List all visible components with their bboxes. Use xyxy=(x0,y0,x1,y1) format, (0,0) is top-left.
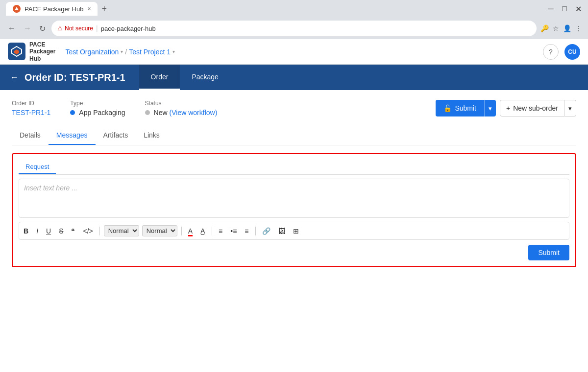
tab-artifacts-label: Artifacts xyxy=(103,131,128,139)
maximize-button[interactable]: □ xyxy=(561,5,568,13)
breadcrumb-org-label: Test Organization xyxy=(65,48,119,56)
app-header: PACE Packager Hub Test Organization ▾ / … xyxy=(0,39,588,65)
star-icon[interactable]: ☆ xyxy=(553,24,559,32)
highlight-button[interactable]: A̲ xyxy=(198,226,208,236)
type-label: Type xyxy=(70,100,125,107)
minimize-button[interactable]: ─ xyxy=(547,5,555,13)
tab-package-label: Package xyxy=(192,73,218,81)
tab-title: PACE Packager Hub xyxy=(24,5,83,13)
page-tabs: Order Package xyxy=(139,65,230,90)
strikethrough-button[interactable]: S xyxy=(56,226,66,236)
toolbar-separator-3 xyxy=(212,227,212,235)
submit-arrow-icon: ▾ xyxy=(489,105,492,112)
new-suborder-plus-icon: + xyxy=(506,104,510,112)
breadcrumb-project-label: Test Project 1 xyxy=(129,48,171,56)
order-id-label: Order ID xyxy=(12,100,50,107)
tab-details[interactable]: Details xyxy=(12,126,49,145)
tab-links-label: Links xyxy=(144,131,160,139)
breadcrumb-project[interactable]: Test Project 1 ▾ xyxy=(129,48,175,56)
close-button[interactable]: ✕ xyxy=(574,5,582,13)
align-button[interactable]: ≡ xyxy=(242,226,251,236)
menu-icon[interactable]: ⋮ xyxy=(575,24,582,32)
secure-warning: ⚠ Not secure xyxy=(57,25,93,32)
content-area: Order ID TEST-PR1-1 Type App Packaging S… xyxy=(0,90,588,277)
format-select-2[interactable]: Normal xyxy=(142,225,177,236)
tab-package[interactable]: Package xyxy=(180,65,230,90)
svg-marker-0 xyxy=(15,7,19,10)
page-header-left: ← Order ID: TEST-PR1-1 xyxy=(0,65,135,90)
browser-window: PACE Packager Hub × + ─ □ ✕ ← → ↻ ⚠ Not … xyxy=(0,0,588,372)
font-color-button[interactable]: A xyxy=(186,226,195,236)
submit-icon: 🔓 xyxy=(443,104,452,112)
link-button[interactable]: 🔗 xyxy=(260,226,273,236)
tab-messages-label: Messages xyxy=(56,131,88,139)
forward-nav-button[interactable]: → xyxy=(22,22,33,35)
avatar[interactable]: CU xyxy=(564,44,580,60)
breadcrumb: Test Organization ▾ / Test Project 1 ▾ xyxy=(65,48,175,56)
app-container: PACE Packager Hub Test Organization ▾ / … xyxy=(0,39,588,372)
back-nav-button[interactable]: ← xyxy=(6,22,18,35)
refresh-nav-button[interactable]: ↻ xyxy=(37,22,48,35)
editor-tab-request-label: Request xyxy=(25,163,49,170)
editor-footer: Submit xyxy=(19,245,569,260)
secure-warning-text: Not secure xyxy=(65,25,93,32)
tab-order-label: Order xyxy=(151,73,169,81)
new-tab-button[interactable]: + xyxy=(101,4,107,14)
view-workflow-link[interactable]: (View workflow) xyxy=(170,109,218,116)
italic-button[interactable]: I xyxy=(34,226,41,236)
type-value-row: App Packaging xyxy=(70,109,125,116)
help-button[interactable]: ? xyxy=(543,44,559,60)
window-controls: ─ □ ✕ xyxy=(547,5,582,13)
image-button[interactable]: 🖼 xyxy=(276,226,288,236)
editor-placeholder: Insert text here ... xyxy=(24,184,77,192)
editor-submit-button[interactable]: Submit xyxy=(528,245,569,260)
breadcrumb-org-arrow: ▾ xyxy=(121,49,123,54)
submit-dropdown-button[interactable]: ▾ xyxy=(484,100,496,116)
status-value: New xyxy=(154,109,168,116)
message-editor-wrapper: Request Insert text here ... B I U S ❝ <… xyxy=(12,153,576,267)
type-group: Type App Packaging xyxy=(70,100,125,116)
tab-messages[interactable]: Messages xyxy=(49,126,96,145)
key-icon[interactable]: 🔑 xyxy=(540,24,549,32)
status-dot xyxy=(145,110,150,115)
status-value-row: New (View workflow) xyxy=(145,109,218,116)
bold-button[interactable]: B xyxy=(21,226,31,236)
submit-button[interactable]: 🔓 Submit xyxy=(436,100,484,116)
order-id-group: Order ID TEST-PR1-1 xyxy=(12,100,50,116)
address-separator: | xyxy=(96,24,98,32)
tab-favicon xyxy=(13,5,21,13)
breadcrumb-project-arrow: ▾ xyxy=(172,49,175,54)
editor-tabs: Request xyxy=(19,160,569,175)
account-icon[interactable]: 👤 xyxy=(563,24,571,32)
editor-tab-request[interactable]: Request xyxy=(19,160,56,174)
address-bar: ← → ↻ ⚠ Not secure | pace-packager-hub 🔑… xyxy=(0,18,588,39)
blockquote-button[interactable]: ❝ xyxy=(69,226,77,236)
toolbar-separator-1 xyxy=(99,227,100,235)
code-button[interactable]: </> xyxy=(80,226,95,236)
new-suborder-button[interactable]: + New sub-order xyxy=(500,100,564,116)
order-info-row: Order ID TEST-PR1-1 Type App Packaging S… xyxy=(12,100,576,116)
tab-close-btn[interactable]: × xyxy=(87,5,91,12)
address-input[interactable]: ⚠ Not secure | pace-packager-hub xyxy=(51,21,537,36)
address-text: pace-packager-hub xyxy=(101,25,531,32)
editor-submit-label: Submit xyxy=(538,249,560,256)
browser-tab[interactable]: PACE Packager Hub × xyxy=(6,2,98,16)
tab-links[interactable]: Links xyxy=(136,126,168,145)
title-bar-left: PACE Packager Hub × + xyxy=(6,2,107,16)
ordered-list-button[interactable]: ≡ xyxy=(216,226,225,236)
tab-order[interactable]: Order xyxy=(139,65,180,90)
tab-artifacts[interactable]: Artifacts xyxy=(96,126,136,145)
unordered-list-button[interactable]: •≡ xyxy=(228,226,239,236)
table-button[interactable]: ⊞ xyxy=(291,226,301,236)
new-suborder-dropdown-button[interactable]: ▾ xyxy=(564,100,576,116)
status-group: Status New (View workflow) xyxy=(145,100,218,116)
format-select-1[interactable]: Normal xyxy=(104,225,139,236)
underline-button[interactable]: U xyxy=(44,226,53,236)
header-right: ? CU xyxy=(543,44,580,60)
breadcrumb-org[interactable]: Test Organization ▾ xyxy=(65,48,123,56)
back-button[interactable]: ← xyxy=(10,72,19,83)
editor-content-area[interactable]: Insert text here ... xyxy=(19,179,569,218)
title-bar: PACE Packager Hub × + ─ □ ✕ xyxy=(0,0,588,18)
logo-svg-icon xyxy=(8,43,25,60)
action-buttons: 🔓 Submit ▾ + New sub-order ▾ xyxy=(436,100,576,116)
